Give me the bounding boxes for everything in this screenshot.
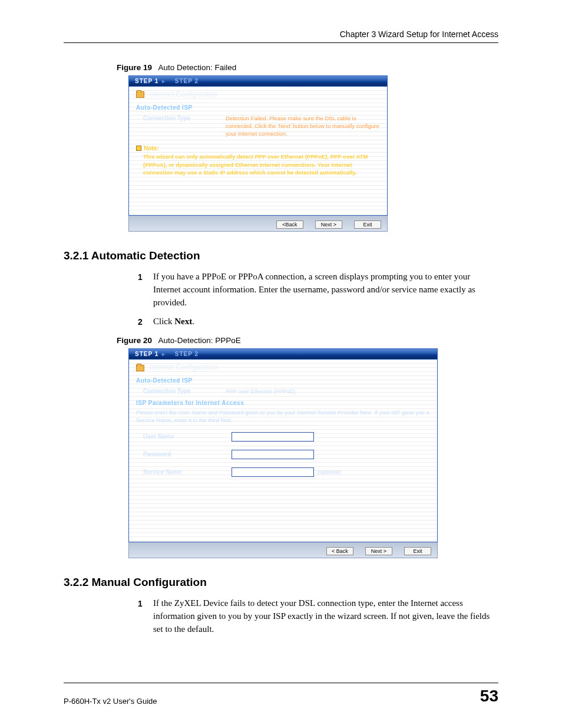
pin-icon xyxy=(136,146,141,151)
figure-19-title: Auto Detection: Failed xyxy=(158,63,237,72)
note-heading: Note: xyxy=(136,139,380,151)
page-footer: P-660H-Tx v2 User's Guide 53 xyxy=(64,683,498,706)
service-name-row: Service Name (optional) xyxy=(136,463,430,481)
exit-button[interactable]: Exit xyxy=(404,547,431,555)
list-item: If the ZyXEL Device fails to detect your… xyxy=(140,597,498,635)
figure-19-screenshot: STEP 1 ▸ STEP 2 Internet Configuration A… xyxy=(128,75,388,232)
optional-text: (optional) xyxy=(318,469,341,475)
step-1-tab: STEP 1 xyxy=(135,351,158,357)
connection-type-label: Connection Type xyxy=(143,115,226,137)
figure-19-label: Figure 19 xyxy=(117,63,152,72)
back-button[interactable]: < Back xyxy=(326,547,353,555)
page-number: 53 xyxy=(480,687,498,706)
step-arrow-icon: ▸ xyxy=(162,78,166,84)
section-isp-description: Please enter the User Name and Password … xyxy=(136,409,430,428)
step-2-tab: STEP 2 xyxy=(175,78,199,84)
exit-button[interactable]: Exit xyxy=(354,220,381,229)
wizard-window-title: Internet Configuration xyxy=(136,89,380,102)
guide-name: P-660H-Tx v2 User's Guide xyxy=(64,697,157,706)
wizard-window-title: Internet Configuration xyxy=(136,362,430,375)
section-auto-detected-isp: Auto-Detected ISP xyxy=(136,102,380,113)
service-name-input[interactable] xyxy=(232,467,314,477)
step-2-tab: STEP 2 xyxy=(175,351,199,357)
wizard-title-text: Internet Configuration xyxy=(150,90,217,98)
connection-type-row: Connection Type Detection Failed. Please… xyxy=(136,113,380,139)
connection-type-row: Connection Type PPP over Ethernet (PPPoE… xyxy=(136,386,430,397)
password-row: Password xyxy=(136,446,430,463)
next-button[interactable]: Next > xyxy=(365,547,392,555)
back-button[interactable]: <Back xyxy=(276,220,303,229)
section-3-2-2-list: If the ZyXEL Device fails to detect your… xyxy=(140,597,498,635)
username-input[interactable] xyxy=(232,432,314,442)
wizard-footer: <Back Next > Exit xyxy=(128,216,388,232)
section-isp-parameters: ISP Parameters for Internet Access xyxy=(136,397,430,409)
wizard-body: Internet Configuration Auto-Detected ISP… xyxy=(128,360,438,542)
bold-next: Next xyxy=(174,317,192,326)
chapter-header: Chapter 3 Wizard Setup for Internet Acce… xyxy=(64,29,498,43)
connection-type-value: PPP over Ethernet (PPPoE) xyxy=(226,388,430,396)
folder-icon xyxy=(136,365,144,371)
figure-20-label: Figure 20 xyxy=(117,336,152,345)
figure-20-caption: Figure 20 Auto-Detection: PPPoE xyxy=(117,336,498,345)
section-3-2-2-heading: 3.2.2 Manual Configuration xyxy=(64,576,498,589)
password-label: Password xyxy=(143,451,232,457)
folder-icon xyxy=(136,91,144,98)
wizard-body: Internet Configuration Auto-Detected ISP… xyxy=(128,87,388,216)
list-item: Click Next. xyxy=(140,315,498,328)
note-label-text: Note: xyxy=(144,145,159,151)
username-row: User Name xyxy=(136,428,430,446)
wizard-title-text: Internet Configuration xyxy=(150,363,217,371)
step-1-tab: STEP 1 xyxy=(135,78,158,84)
step-arrow-icon: ▸ xyxy=(162,351,166,357)
step-bar: STEP 1 ▸ STEP 2 xyxy=(128,348,438,360)
service-name-label: Service Name xyxy=(143,469,232,475)
password-input[interactable] xyxy=(232,450,314,459)
step-bar: STEP 1 ▸ STEP 2 xyxy=(128,75,388,87)
figure-20-screenshot: STEP 1 ▸ STEP 2 Internet Configuration A… xyxy=(128,348,438,558)
figure-19-caption: Figure 19 Auto Detection: Failed xyxy=(117,63,498,72)
section-3-2-1-heading: 3.2.1 Automatic Detection xyxy=(64,249,498,262)
connection-type-value: Detection Failed. Please make sure the D… xyxy=(226,115,380,137)
figure-20-title: Auto-Detection: PPPoE xyxy=(158,336,241,345)
section-3-2-1-list: If you have a PPPoE or PPPoA connection,… xyxy=(140,271,498,328)
section-auto-detected-isp: Auto-Detected ISP xyxy=(136,375,430,386)
note-text: This wizard can only automatically detec… xyxy=(136,151,380,176)
username-label: User Name xyxy=(143,433,232,440)
connection-type-label: Connection Type xyxy=(143,388,226,396)
list-item: If you have a PPPoE or PPPoA connection,… xyxy=(140,271,498,309)
next-button[interactable]: Next > xyxy=(315,220,342,229)
wizard-footer: < Back Next > Exit xyxy=(128,542,438,558)
